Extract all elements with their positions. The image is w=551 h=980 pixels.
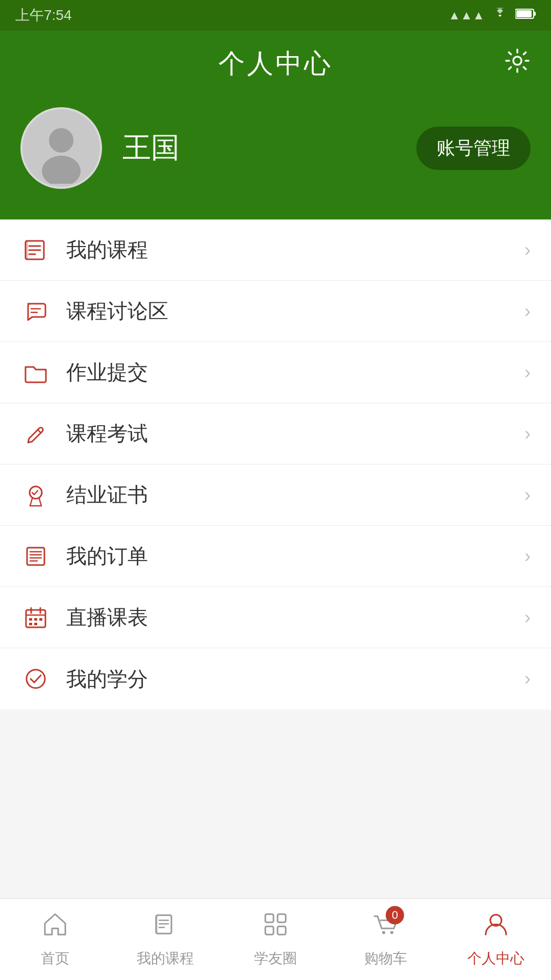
arrow-icon-homework: › bbox=[524, 362, 531, 383]
home-nav-icon bbox=[42, 911, 68, 944]
svg-rect-1 bbox=[534, 12, 536, 16]
courses-nav-icon bbox=[152, 911, 179, 944]
battery-icon bbox=[515, 8, 536, 22]
svg-rect-30 bbox=[39, 618, 42, 621]
profile-section: 王国 账号管理 bbox=[20, 107, 531, 189]
menu-item-exam[interactable]: 课程考试 › bbox=[0, 403, 551, 464]
nav-item-my-courses[interactable]: 我的课程 bbox=[110, 911, 220, 968]
svg-rect-29 bbox=[34, 618, 37, 621]
status-bar: 上午7:54 ▲▲▲ bbox=[0, 0, 551, 31]
signal-icon: ▲▲▲ bbox=[448, 8, 485, 22]
arrow-icon-credits: › bbox=[524, 668, 531, 690]
nav-label-home: 首页 bbox=[41, 949, 69, 968]
arrow-icon-discussion: › bbox=[524, 301, 531, 322]
menu-label-homework: 作业提交 bbox=[66, 358, 524, 386]
cart-wrapper: 0 bbox=[372, 911, 399, 944]
profile-nav-icon bbox=[483, 911, 509, 944]
svg-rect-39 bbox=[265, 914, 273, 922]
svg-rect-32 bbox=[34, 623, 37, 625]
svg-line-14 bbox=[37, 429, 41, 433]
menu-item-schedule[interactable]: 直播课表 › bbox=[0, 587, 551, 648]
check-circle-icon bbox=[20, 664, 51, 694]
settings-button[interactable] bbox=[504, 47, 531, 80]
header-top: 个人中心 bbox=[20, 46, 531, 82]
menu-item-credits[interactable]: 我的学分 › bbox=[0, 648, 551, 709]
nav-item-friends[interactable]: 学友圈 bbox=[220, 911, 331, 968]
nav-label-my-courses: 我的课程 bbox=[137, 949, 194, 968]
arrow-icon-order: › bbox=[524, 546, 531, 567]
arrow-icon-schedule: › bbox=[524, 607, 531, 628]
arrow-icon-certificate: › bbox=[524, 484, 531, 506]
menu-label-schedule: 直播课表 bbox=[66, 603, 524, 631]
menu-item-my-course[interactable]: 我的课程 › bbox=[0, 219, 551, 281]
svg-rect-11 bbox=[25, 240, 28, 260]
nav-item-home[interactable]: 首页 bbox=[0, 911, 110, 968]
svg-rect-31 bbox=[29, 623, 32, 625]
svg-point-43 bbox=[382, 931, 385, 934]
arrow-icon-my-course: › bbox=[524, 239, 531, 261]
svg-line-17 bbox=[39, 499, 41, 506]
menu-item-certificate[interactable]: 结业证书 › bbox=[0, 464, 551, 526]
folder-icon bbox=[20, 357, 51, 388]
account-manage-button[interactable]: 账号管理 bbox=[416, 127, 531, 170]
svg-rect-40 bbox=[278, 914, 286, 922]
status-icons: ▲▲▲ bbox=[448, 8, 536, 23]
status-time: 上午7:54 bbox=[15, 6, 72, 25]
menu-label-discussion: 课程讨论区 bbox=[66, 297, 524, 325]
bottom-nav: 首页 我的课程 学友圈 bbox=[0, 898, 551, 980]
svg-point-3 bbox=[513, 57, 521, 65]
book-icon bbox=[20, 235, 51, 265]
menu-label-credits: 我的学分 bbox=[66, 665, 524, 693]
menu-list: 我的课程 › 课程讨论区 › 作业提交 › 课程考试 bbox=[0, 219, 551, 709]
order-icon bbox=[20, 541, 51, 572]
wifi-icon bbox=[492, 8, 508, 23]
avatar bbox=[20, 107, 102, 189]
menu-item-discussion[interactable]: 课程讨论区 › bbox=[0, 281, 551, 342]
cart-nav-icon: 0 bbox=[372, 911, 399, 944]
nav-label-profile: 个人中心 bbox=[467, 949, 524, 968]
svg-point-33 bbox=[27, 670, 45, 688]
nav-label-cart: 购物车 bbox=[364, 949, 407, 968]
menu-label-my-course: 我的课程 bbox=[66, 236, 524, 264]
menu-label-certificate: 结业证书 bbox=[66, 481, 524, 509]
svg-point-5 bbox=[49, 128, 73, 153]
nav-item-profile[interactable]: 个人中心 bbox=[441, 911, 551, 968]
pencil-icon bbox=[20, 419, 51, 449]
header: 个人中心 王国 账号管理 bbox=[0, 31, 551, 219]
arrow-icon-exam: › bbox=[524, 423, 531, 445]
svg-point-44 bbox=[390, 931, 393, 934]
svg-rect-41 bbox=[265, 926, 273, 935]
menu-item-order[interactable]: 我的订单 › bbox=[0, 526, 551, 587]
menu-label-exam: 课程考试 bbox=[66, 420, 524, 448]
friends-nav-icon bbox=[262, 911, 289, 944]
svg-rect-19 bbox=[27, 548, 44, 565]
svg-rect-28 bbox=[29, 618, 32, 621]
nav-item-cart[interactable]: 0 购物车 bbox=[331, 911, 441, 968]
menu-label-order: 我的订单 bbox=[66, 542, 524, 570]
nav-label-friends: 学友圈 bbox=[254, 949, 297, 968]
svg-rect-38 bbox=[155, 915, 158, 934]
calendar-icon bbox=[20, 602, 51, 633]
cart-badge: 0 bbox=[386, 906, 404, 924]
username: 王国 bbox=[122, 129, 396, 167]
badge-icon bbox=[20, 480, 51, 510]
svg-line-16 bbox=[30, 499, 32, 506]
menu-item-homework[interactable]: 作业提交 › bbox=[0, 342, 551, 403]
page-title: 个人中心 bbox=[218, 46, 333, 82]
svg-rect-2 bbox=[516, 10, 532, 17]
svg-rect-42 bbox=[278, 926, 286, 935]
chat-icon bbox=[20, 296, 51, 327]
